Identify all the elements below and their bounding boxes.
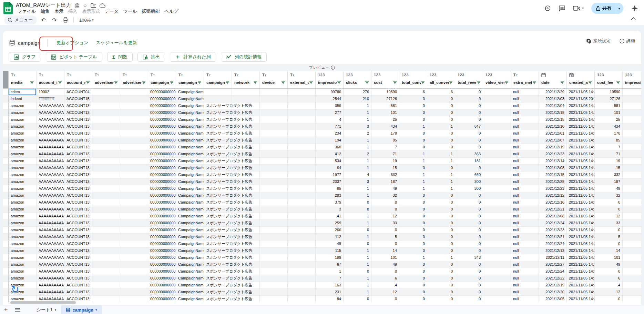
cell[interactable]: amazon [9,206,37,213]
cell[interactable] [232,89,260,95]
cell[interactable]: 3 [344,123,371,130]
cell[interactable]: ACCOUNT13 [64,192,92,199]
cell[interactable] [623,165,641,171]
cell[interactable]: 2021/12/24 [539,220,567,226]
cell[interactable] [483,289,511,295]
action-sigma-button[interactable]: Σ関数 [107,52,133,62]
cell[interactable]: ACCOUNT13 [64,185,92,192]
cell[interactable]: amazon [9,261,37,268]
cell[interactable]: 1 [344,261,371,268]
cell[interactable] [483,178,511,185]
action-plus-button[interactable]: ＋計算された列 [170,52,216,62]
cell[interactable] [92,241,120,247]
cell[interactable]: 1 [427,158,455,164]
cell[interactable] [260,213,288,219]
cell[interactable]: 0 [399,289,427,295]
cell[interactable] [92,137,120,144]
filter-icon[interactable] [86,80,90,85]
cell[interactable] [260,185,288,192]
cell[interactable]: 2021/12/12 [539,192,567,199]
cell[interactable]: 0000000000000 [148,192,176,199]
cell[interactable] [204,96,232,102]
cell[interactable]: 0 [427,199,455,206]
cell[interactable]: 7 [316,275,344,282]
cell[interactable]: ACCOUNT13 [64,268,92,275]
cell[interactable] [92,282,120,288]
cell[interactable]: 234 [316,130,344,137]
cell[interactable]: 2021/11/05 14:3 [567,282,595,288]
cell[interactable] [92,171,120,178]
cell[interactable]: 534 [316,158,344,164]
cell[interactable]: null [511,213,539,219]
cell[interactable]: 64 [316,165,344,171]
cell[interactable] [120,178,148,185]
cell[interactable] [120,102,148,109]
cell[interactable]: 194 [316,137,344,144]
cell[interactable]: 2021/12/19 [539,282,567,288]
cell[interactable]: amazon [9,178,37,185]
cell[interactable] [120,296,148,302]
cell[interactable]: 0000000000001 [148,275,176,282]
cell[interactable]: スポンサープロダクト広告 [204,199,232,206]
cell[interactable] [260,268,288,275]
cell[interactable]: CampaignName_ [176,151,204,157]
cell[interactable]: 2021/11/05 14:3 [567,144,595,150]
cell[interactable]: 0000000000001 [148,261,176,268]
cell[interactable]: 379 [316,199,344,206]
cell[interactable]: スポンサープロダクト広告 [204,282,232,288]
cell[interactable] [260,102,288,109]
cell[interactable]: AAAAAAAAAAAA [37,199,64,206]
cell[interactable]: 181 [455,158,483,164]
cell[interactable]: 12 [595,213,623,219]
cell[interactable] [623,144,641,150]
cell[interactable]: 0 [399,199,427,206]
row-header[interactable] [3,254,9,261]
cell[interactable]: 434 [595,123,623,130]
cell[interactable]: 2021/11/05 20:4 [567,96,595,102]
cell[interactable]: 49 [595,185,623,192]
cell[interactable] [92,178,120,185]
cell[interactable] [260,89,288,95]
update-schedule-button[interactable]: スケジュールを更新 [93,38,140,48]
cell[interactable]: 2021/11/05 14:3 [567,213,595,219]
cell[interactable]: スポンサープロダクト広告 [204,116,232,123]
cell[interactable]: 0 [455,234,483,240]
filter-icon[interactable] [281,80,285,85]
cell[interactable]: 4 [344,171,371,178]
cell[interactable]: 2021/11/05 14:3 [567,89,595,95]
cell[interactable]: amazon [9,123,37,130]
cell[interactable]: amazon [9,234,37,240]
cell[interactable]: CampaignName_0 [176,89,204,95]
cell[interactable] [623,116,641,123]
cell[interactable] [623,102,641,109]
sheet-tab-caret-icon[interactable]: ▾ [55,308,57,312]
cell[interactable] [260,282,288,288]
cell[interactable]: 0 [595,206,623,213]
cell[interactable] [92,289,120,295]
filter-icon[interactable] [114,80,118,85]
cell[interactable]: 2021/12/23 [539,185,567,192]
cell[interactable]: 2021/11/05 14:3 [567,178,595,185]
cell[interactable]: 1 [344,109,371,116]
cell[interactable]: 0 [399,144,427,150]
cell[interactable]: 581 [595,102,623,109]
cell[interactable] [92,206,120,213]
cell[interactable]: 2021/12/01 [539,130,567,137]
cell[interactable] [120,275,148,282]
cell[interactable]: ffffffffffffffff [37,96,64,102]
cell[interactable]: 1 [399,178,427,185]
cell[interactable] [623,206,641,213]
cell[interactable]: 2021/12/16 [539,199,567,206]
cell[interactable]: 0 [427,109,455,116]
cell[interactable] [623,137,641,144]
cell[interactable] [92,234,120,240]
cell[interactable]: 2021/11/05 14:3 [567,151,595,157]
cell[interactable]: 210 [344,96,371,102]
cell[interactable] [288,296,316,302]
cell[interactable]: 0 [455,247,483,254]
row-header[interactable] [3,89,9,95]
row-header[interactable] [3,241,9,247]
cell[interactable]: ACCOUNT13 [64,144,92,150]
cell[interactable] [288,227,316,233]
cell[interactable]: 0 [371,199,399,206]
